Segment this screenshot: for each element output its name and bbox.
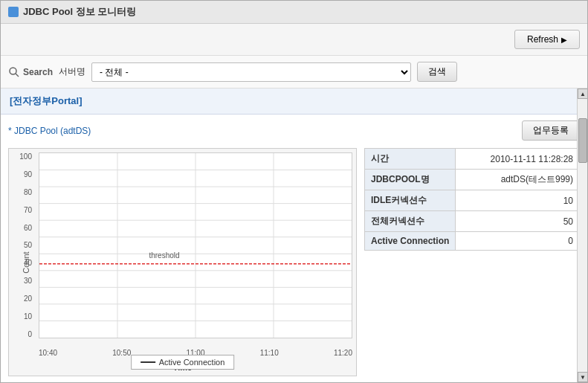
chart-legend: Active Connection [131,355,235,370]
main-window: JDBC Pool 정보 모니터링 Refresh ▶ Search 서버명 -… [0,0,588,383]
scroll-up-button[interactable]: ▲ [578,88,587,99]
search-bar: Search 서버명 - 전체 - 검색 [1,56,587,88]
info-label-4: Active Connection [365,232,456,251]
search-icon-wrap: Search [8,66,53,78]
title-icon [8,7,19,17]
server-select[interactable]: - 전체 - [91,62,411,82]
toolbar: Refresh ▶ [1,24,587,56]
info-value-3: 50 [456,211,580,232]
info-label-3: 전체커넥션수 [365,211,456,232]
window-title: JDBC Pool 정보 모니터링 [23,5,136,19]
legend-line [140,361,155,363]
info-value-4: 0 [456,232,580,251]
server-label: 서버명 [59,65,85,78]
chart-info-row: Count 100 90 80 70 60 50 40 30 20 10 0 [8,148,580,376]
info-value-1: adtDS(테스트999) [456,170,580,190]
svg-text:threshold: threshold [149,251,179,260]
register-button[interactable]: 업무등록 [522,120,580,141]
table-row: JDBCPOOL명 adtDS(테스트999) [365,170,580,190]
info-value-2: 10 [456,190,580,211]
info-table: 시간 2010-11-11 11:28:28 JDBCPOOL명 adtDS(테… [364,148,580,251]
search-label: Search [23,67,53,77]
chart-svg: threshold [39,153,352,338]
search-submit-button[interactable]: 검색 [417,62,457,82]
refresh-label: Refresh [527,34,558,45]
info-label-2: IDLE커넥션수 [365,190,456,211]
svg-line-1 [16,74,19,77]
refresh-icon: ▶ [561,36,567,44]
legend-label: Active Connection [159,358,225,367]
info-value-0: 2010-11-11 11:28:28 [456,149,580,170]
pool-header: * JDBC Pool (adtDS) 업무등록 [8,120,580,141]
content-area: [전자정부Portal] * JDBC Pool (adtDS) 업무등록 Co… [1,88,587,382]
table-row: 시간 2010-11-11 11:28:28 [365,149,580,170]
svg-point-0 [10,68,16,74]
scrollbar[interactable]: ▲ ▼ [577,88,587,382]
table-row: Active Connection 0 [365,232,580,251]
table-row: 전체커넥션수 50 [365,211,580,232]
refresh-button[interactable]: Refresh ▶ [514,30,580,49]
info-label-1: JDBCPOOL명 [365,170,456,190]
title-bar: JDBC Pool 정보 모니터링 [1,1,587,24]
section-body: * JDBC Pool (adtDS) 업무등록 Count 100 90 80… [1,115,587,382]
search-icon [8,66,20,78]
section-header: [전자정부Portal] [1,88,587,115]
chart-grid: threshold [39,152,352,338]
scroll-down-button[interactable]: ▼ [578,372,587,382]
pool-title: * JDBC Pool (adtDS) [8,126,91,136]
section-title: [전자정부Portal] [10,95,83,106]
info-label-0: 시간 [365,149,456,170]
chart-container: Count 100 90 80 70 60 50 40 30 20 10 0 [8,148,357,376]
scroll-thumb[interactable] [578,118,587,163]
table-row: IDLE커넥션수 10 [365,190,580,211]
chart-y-axis: 100 90 80 70 60 50 40 30 20 10 0 [9,152,35,338]
